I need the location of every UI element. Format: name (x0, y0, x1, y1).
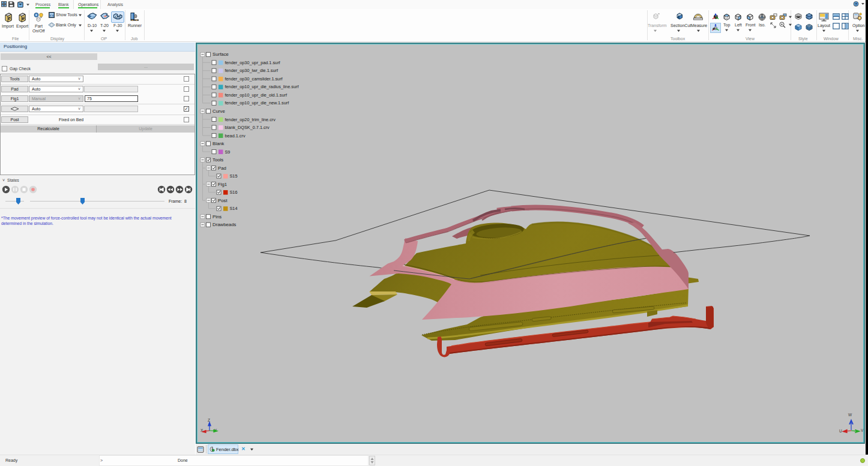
svg-text:fender_op20_trim_line.crv: fender_op20_trim_line.crv (225, 117, 276, 122)
svg-text:fender_op10_upr_die_radius_lin: fender_op10_upr_die_radius_line.surf (225, 84, 300, 89)
svg-text:Blank: Blank (212, 141, 225, 146)
svg-text:fender_op10_upr_die_old.1.surf: fender_op10_upr_die_old.1.surf (225, 92, 288, 98)
svg-text:?: ? (855, 2, 857, 6)
svg-text:Flg1: Flg1 (218, 182, 227, 187)
svg-text:Curve: Curve (212, 109, 225, 114)
svg-text:bead.1.crv: bead.1.crv (225, 133, 246, 139)
svg-text:Tools: Tools (212, 157, 223, 163)
svg-text:S16: S16 (230, 190, 238, 195)
svg-text:S14: S14 (230, 206, 238, 211)
svg-text:S15: S15 (230, 173, 238, 179)
svg-text:blank_DQSK_0.7.1.crv: blank_DQSK_0.7.1.crv (225, 125, 270, 130)
svg-text:W: W (848, 413, 852, 417)
svg-text:Pins: Pins (212, 214, 222, 220)
svg-text:fender_op10_upr_die_new.1.surf: fender_op10_upr_die_new.1.surf (225, 100, 290, 106)
svg-text:Surface: Surface (212, 52, 229, 57)
svg-text:Z: Z (208, 418, 210, 422)
svg-text:Pad: Pad (218, 166, 226, 171)
svg-text:fender_op30_upr_pad.1.surf: fender_op30_upr_pad.1.surf (225, 60, 281, 65)
svg-text:Drawbeads: Drawbeads (212, 222, 237, 227)
svg-text:fender_op30_camslider.1.surf: fender_op30_camslider.1.surf (225, 76, 283, 82)
svg-text:fender_op30_lwr_die.1.surf: fender_op30_lwr_die.1.surf (225, 68, 279, 73)
svg-text:U: U (839, 429, 842, 433)
svg-text:S9: S9 (225, 149, 231, 155)
svg-text:Post: Post (218, 198, 228, 203)
svg-text:V: V (861, 428, 864, 432)
